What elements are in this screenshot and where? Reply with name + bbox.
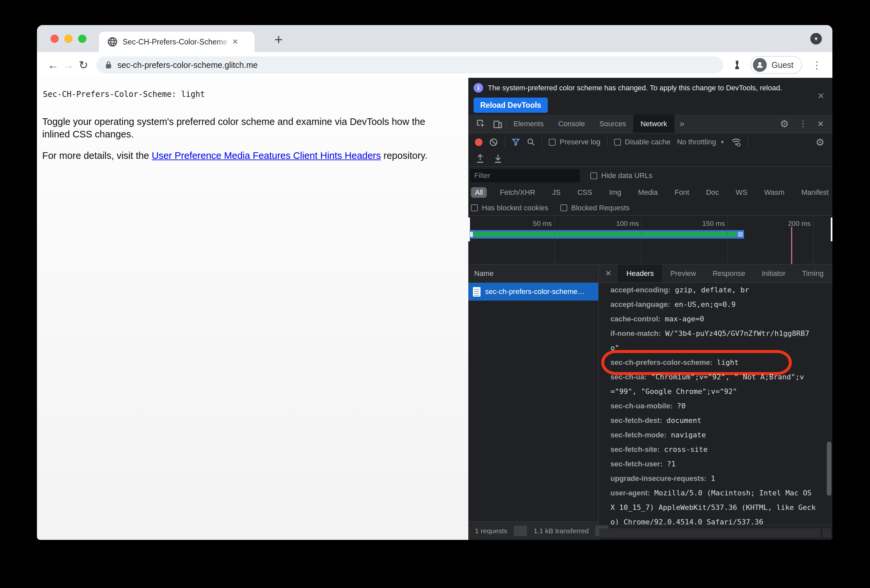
forward-button[interactable]: → — [61, 59, 76, 71]
type-filter-font[interactable]: Font — [671, 187, 693, 198]
header-key: sec-fetch-mode: — [611, 431, 666, 439]
disable-cache-checkbox[interactable] — [614, 139, 621, 146]
request-headers-list[interactable]: accept-encoding: gzip, deflate, braccept… — [599, 283, 833, 525]
header-key: sec-ch-ua: — [611, 373, 647, 381]
inspect-element-icon[interactable] — [476, 119, 486, 129]
filter-funnel-icon[interactable] — [511, 138, 520, 146]
export-har-icon[interactable] — [493, 154, 503, 164]
header-line: accept-language: en-US,en;q=0.9 — [611, 297, 833, 312]
hide-data-urls-checkbox[interactable] — [590, 172, 597, 179]
close-window-button[interactable] — [51, 35, 59, 43]
header-value: "Chromium";v="92", " Not A;Brand";v — [647, 373, 804, 381]
detail-tab-initiator[interactable]: Initiator — [754, 264, 794, 282]
detail-tab-timing[interactable]: Timing — [794, 264, 832, 282]
type-filter-all[interactable]: All — [471, 187, 487, 198]
transferred-size: 1.1 kB transferred — [527, 527, 595, 535]
has-blocked-cookies-checkbox[interactable] — [471, 204, 478, 211]
header-value: o" — [611, 344, 619, 352]
chevron-down-icon: ▼ — [813, 36, 819, 42]
devtools-tab-sources[interactable]: Sources — [592, 115, 633, 133]
header-key: user-agent: — [611, 489, 650, 497]
device-toolbar-icon[interactable] — [493, 119, 503, 129]
type-filter-ws[interactable]: WS — [732, 187, 751, 198]
has-blocked-cookies-toggle[interactable]: Has blocked cookies — [471, 204, 548, 212]
minimize-window-button[interactable] — [64, 35, 73, 43]
header-line: sec-fetch-dest: document — [611, 413, 833, 428]
tab-search-button[interactable]: ▼ — [810, 33, 822, 45]
reload-devtools-button[interactable]: Reload DevTools — [474, 98, 548, 113]
type-filter-wasm[interactable]: Wasm — [760, 187, 788, 198]
devtools-tab-console[interactable]: Console — [551, 115, 592, 133]
blocked-requests-label: Blocked Requests — [571, 204, 630, 212]
address-bar[interactable]: sec-ch-prefers-color-scheme.glitch.me — [96, 56, 723, 73]
type-filter-img[interactable]: Img — [605, 187, 625, 198]
network-overview-timeline[interactable]: 50 ms100 ms150 ms200 ms — [468, 215, 833, 264]
devtools-tab-network[interactable]: Network — [633, 115, 675, 133]
browser-tab[interactable]: Sec-CH-Prefers-Color-Scheme ✕ — [99, 32, 255, 52]
detail-tab-preview[interactable]: Preview — [662, 264, 704, 282]
timeline-tick-label: 100 ms — [603, 220, 639, 227]
close-detail-icon[interactable]: ✕ — [599, 269, 618, 278]
search-icon[interactable] — [527, 138, 535, 146]
preserve-log-toggle[interactable]: Preserve log — [549, 138, 600, 146]
web-page: Sec-CH-Prefers-Color-Scheme: light Toggl… — [37, 78, 468, 540]
overview-right-handle[interactable] — [831, 218, 833, 241]
detail-pane-footer — [599, 525, 833, 540]
header-value: ?0 — [672, 402, 686, 410]
network-conditions-icon[interactable] — [731, 137, 741, 147]
detail-tab-headers[interactable]: Headers — [618, 264, 662, 282]
disable-cache-toggle[interactable]: Disable cache — [614, 138, 670, 146]
header-value: o) Chrome/92.0.4514.0 Safari/537.36 — [611, 518, 763, 525]
zoom-window-button[interactable] — [78, 35, 86, 43]
type-filter-js[interactable]: JS — [548, 187, 565, 198]
close-tab-icon[interactable]: ✕ — [232, 37, 238, 46]
infobar-close-icon[interactable]: ✕ — [817, 91, 824, 101]
more-tabs-icon[interactable]: » — [675, 119, 690, 129]
tab-title: Sec-CH-Prefers-Color-Scheme — [123, 37, 231, 46]
devtools-tab-elements[interactable]: Elements — [506, 115, 551, 133]
reload-button[interactable]: ↻ — [76, 58, 91, 71]
type-filter-fetch-xhr[interactable]: Fetch/XHR — [496, 187, 539, 198]
header-line: accept-encoding: gzip, deflate, br — [611, 283, 833, 297]
header-line: o) Chrome/92.0.4514.0 Safari/537.36 — [611, 515, 833, 525]
client-hints-link[interactable]: User Preference Media Features Client Hi… — [152, 150, 381, 161]
header-line: sec-fetch-site: cross-site — [611, 442, 833, 457]
record-network-log-button[interactable] — [475, 138, 483, 146]
back-button[interactable]: ← — [46, 59, 61, 71]
network-settings-gear-icon[interactable]: ⚙ — [816, 137, 824, 148]
detail-tab-response[interactable]: Response — [705, 264, 754, 282]
import-har-icon[interactable] — [475, 154, 485, 164]
paragraph2-prefix: For more details, visit the — [42, 150, 152, 161]
beaker-icon[interactable] — [732, 59, 742, 70]
clear-network-log-icon[interactable] — [489, 138, 498, 147]
devtools-menu-kebab-icon[interactable]: ⋮ — [799, 119, 807, 129]
page-header-line: Sec-CH-Prefers-Color-Scheme: light — [43, 90, 455, 99]
profile-chip[interactable]: Guest — [750, 56, 802, 74]
settings-gear-icon[interactable]: ⚙ — [780, 118, 789, 129]
paragraph2-suffix: repository. — [381, 150, 428, 161]
timeline-gridline — [813, 215, 813, 264]
blocked-requests-checkbox[interactable] — [560, 204, 567, 211]
browser-window: Sec-CH-Prefers-Color-Scheme ✕ + ▼ ← → ↻ … — [37, 25, 833, 540]
horizontal-scrollbar-track[interactable] — [599, 529, 821, 538]
preserve-log-checkbox[interactable] — [549, 139, 556, 146]
request-row-selected[interactable]: sec-ch-prefers-color-scheme… — [468, 283, 598, 301]
close-devtools-icon[interactable]: ✕ — [817, 119, 824, 129]
new-tab-button[interactable]: + — [270, 30, 288, 49]
filter-input[interactable] — [470, 169, 580, 182]
browser-menu-kebab-icon[interactable]: ⋮ — [810, 59, 824, 71]
name-column-header[interactable]: Name — [468, 264, 598, 283]
type-filter-manifest[interactable]: Manifest — [797, 187, 833, 198]
header-line: sec-ch-ua: "Chromium";v="92", " Not A;Br… — [611, 370, 833, 384]
hide-data-urls-toggle[interactable]: Hide data URLs — [590, 171, 652, 180]
blocked-requests-toggle[interactable]: Blocked Requests — [560, 204, 630, 212]
disable-cache-label: Disable cache — [625, 138, 670, 146]
requests-table: Name sec-ch-prefers-color-scheme… 1 requ… — [468, 264, 833, 540]
timeline-tick-label: 200 ms — [775, 220, 810, 227]
header-line: X 10_15_7) AppleWebKit/537.36 (KHTML, li… — [611, 500, 833, 515]
type-filter-css[interactable]: CSS — [574, 187, 596, 198]
type-filter-media[interactable]: Media — [634, 187, 662, 198]
header-value: max-age=0 — [661, 315, 704, 323]
throttling-dropdown[interactable]: No throttling ▼ — [677, 138, 724, 146]
type-filter-doc[interactable]: Doc — [702, 187, 723, 198]
